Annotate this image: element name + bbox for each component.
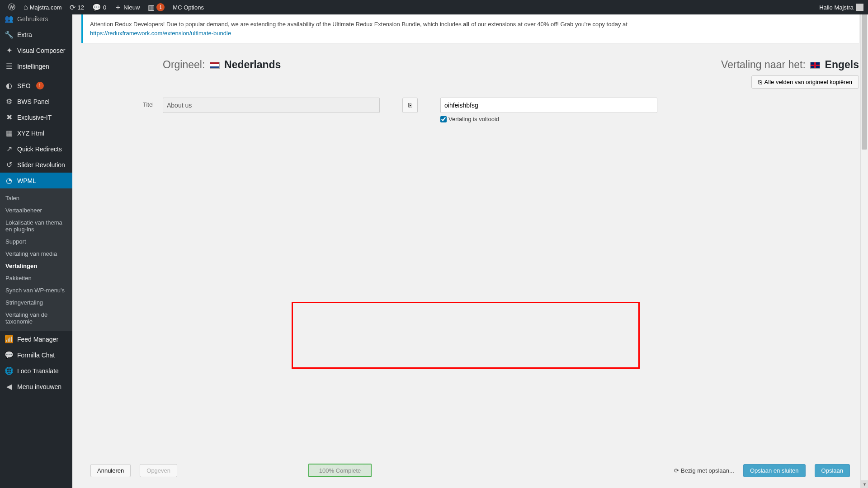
copy-all-button[interactable]: ⎘ Alle velden van origineel kopiëren: [751, 75, 859, 89]
menu-item-extra[interactable]: 🔧Extra: [0, 27, 72, 42]
title-translation-input[interactable]: [440, 98, 657, 113]
submenu-item-synch-van-wp-menu-s[interactable]: Synch van WP-menu's: [0, 284, 72, 296]
menu-item-quick-redirects[interactable]: ↗Quick Redirects: [0, 141, 72, 157]
save-button[interactable]: Opslaan: [815, 464, 850, 477]
scroll-down-arrow[interactable]: ▼: [861, 480, 868, 488]
menu-icon: ◔: [5, 176, 14, 185]
menu-label: WPML: [17, 177, 36, 184]
site-name[interactable]: ⌂Majstra.com: [20, 0, 65, 14]
refresh-icon: ⟳: [70, 3, 75, 12]
menu-item-menu-invouwen[interactable]: ◀Menu invouwen: [0, 379, 72, 394]
menu-item-exclusive-it[interactable]: ✖Exclusive-IT: [0, 109, 72, 125]
menu-item-slider-revolution[interactable]: ↺Slider Revolution: [0, 157, 72, 173]
copy-all-label: Alle velden van origineel kopiëren: [764, 79, 852, 85]
menu-icon: 👥: [5, 14, 14, 23]
title-original-input: [163, 98, 380, 113]
annotation-highlight: [292, 302, 640, 369]
redux-notice: Attention Redux Developers! Due to popul…: [81, 14, 859, 43]
wp-logo[interactable]: ⓦ: [5, 0, 19, 14]
mc-options[interactable]: MC Options: [169, 0, 208, 14]
translation-header: Orgineel: Nederlands Vertaling naar het:…: [81, 50, 859, 93]
target-lang: Engels: [825, 59, 859, 70]
menu-label: Exclusive-IT: [17, 114, 52, 121]
content-area: Attention Redux Developers! Due to popul…: [72, 14, 868, 488]
save-close-button[interactable]: Opslaan en sluiten: [743, 464, 806, 477]
menu-item-formilla-chat[interactable]: 💬Formilla Chat: [0, 347, 72, 363]
target-label: Vertaling naar het:: [721, 59, 806, 70]
cancel-button[interactable]: Annuleren: [90, 464, 131, 477]
menu-icon: ▦: [5, 129, 14, 137]
title-label: Titel: [81, 98, 154, 108]
target-heading: Vertaling naar het: Engels: [721, 59, 859, 71]
menu-label: Feed Manager: [17, 336, 58, 343]
menu-item-feed-manager[interactable]: 📶Feed Manager: [0, 331, 72, 347]
menu-item-instellingen[interactable]: ☰Instellingen: [0, 58, 72, 74]
menu-label: Visual Composer: [17, 47, 65, 54]
wordpress-icon: ⓦ: [8, 3, 15, 12]
menu-icon: 📶: [5, 335, 14, 343]
submenu-item-vertaalbeheer[interactable]: Vertaalbeheer: [0, 204, 72, 216]
progress-indicator: 100% Complete: [308, 464, 372, 477]
greeting[interactable]: Hallo Majstra: [819, 4, 854, 11]
comment-icon: 💬: [92, 3, 101, 12]
updates[interactable]: ⟳12: [66, 0, 87, 14]
home-icon: ⌂: [24, 3, 28, 11]
notice-text2: of our extensions at over 40% off! Grab …: [470, 21, 627, 28]
translation-complete-label: Vertaling is voltooid: [448, 116, 499, 122]
menu-item-xyz-html[interactable]: ▦XYZ Html: [0, 125, 72, 141]
menu-item-gebruikers[interactable]: 👥Gebruikers: [0, 14, 72, 27]
notice-text: Attention Redux Developers! Due to popul…: [90, 21, 463, 28]
menu-item-seo[interactable]: ◐SEO1: [0, 78, 72, 94]
original-heading: Orgineel: Nederlands: [163, 59, 281, 89]
menu-icon: 🔧: [5, 30, 14, 39]
copy-icon: ⎘: [758, 79, 762, 85]
scroll-thumb[interactable]: [862, 8, 867, 150]
submenu-item-vertalingen[interactable]: Vertalingen: [0, 260, 72, 272]
vertical-scrollbar[interactable]: ▲ ▼: [860, 0, 868, 488]
menu-label: BWS Panel: [17, 98, 50, 105]
menu-label: Instellingen: [17, 63, 49, 70]
giveup-button[interactable]: Opgeven: [140, 464, 177, 477]
menu-item-loco-translate[interactable]: 🌐Loco Translate: [0, 363, 72, 379]
plus-icon: ＋: [114, 3, 122, 12]
submenu-item-vertaling-van-de-taxonomie[interactable]: Vertaling van de taxonomie: [0, 309, 72, 328]
admin-bar: ⓦ ⌂Majstra.com ⟳12 💬0 ＋Nieuw ▥1 MC Optio…: [0, 0, 868, 14]
copy-field-button[interactable]: ⎘: [402, 98, 418, 113]
new-label: Nieuw: [123, 4, 140, 11]
menu-icon: ✖: [5, 113, 14, 122]
submenu-item-stringvertaling[interactable]: Stringvertaling: [0, 296, 72, 309]
submenu-item-talen[interactable]: Talen: [0, 192, 72, 204]
avatar[interactable]: [856, 4, 863, 11]
menu-item-visual-composer[interactable]: ✦Visual Composer: [0, 42, 72, 58]
submenu-item-lokalisatie-van-thema-en-plug-ins[interactable]: Lokalisatie van thema en plug-ins: [0, 216, 72, 235]
mc-notify[interactable]: ▥1: [144, 0, 168, 14]
title-field-row: Titel ⎘ Vertaling is voltooid: [81, 93, 859, 127]
copy-icon: ⎘: [408, 102, 412, 109]
new-content[interactable]: ＋Nieuw: [111, 0, 143, 14]
notice-link[interactable]: https://reduxframework.com/extension/ult…: [90, 30, 231, 37]
menu-icon: ⚙: [5, 97, 14, 106]
original-lang: Nederlands: [224, 59, 281, 70]
menu-icon: ↺: [5, 160, 14, 169]
wpml-submenu: TalenVertaalbeheerLokalisatie van thema …: [0, 188, 72, 331]
translation-complete-checkbox[interactable]: [440, 116, 447, 122]
submenu-item-vertaling-van-media[interactable]: Vertaling van media: [0, 248, 72, 260]
submenu-item-support[interactable]: Support: [0, 235, 72, 248]
menu-label: Extra: [17, 31, 32, 38]
menu-label: Formilla Chat: [17, 352, 55, 359]
admin-menu: 👥Gebruikers🔧Extra✦Visual Composer☰Instel…: [0, 14, 72, 488]
saving-status: Bezig met opslaan...: [674, 467, 734, 474]
menu-icon: ☰: [5, 62, 14, 70]
menu-item-bws-panel[interactable]: ⚙BWS Panel: [0, 94, 72, 109]
menu-label: Menu invouwen: [17, 383, 61, 390]
menu-label: Loco Translate: [17, 367, 59, 375]
comments[interactable]: 💬0: [89, 0, 110, 14]
submenu-item-pakketten[interactable]: Pakketten: [0, 272, 72, 284]
footer-bar: Annuleren Opgeven 100% Complete Bezig me…: [81, 457, 859, 483]
notice-bold: all: [463, 21, 469, 28]
menu-item-wpml[interactable]: ◔WPML: [0, 173, 72, 188]
menu-icon: ◐: [5, 81, 14, 90]
menu-icon: 💬: [5, 351, 14, 359]
updates-count: 12: [77, 4, 84, 11]
mc-options-label: MC Options: [173, 4, 204, 11]
